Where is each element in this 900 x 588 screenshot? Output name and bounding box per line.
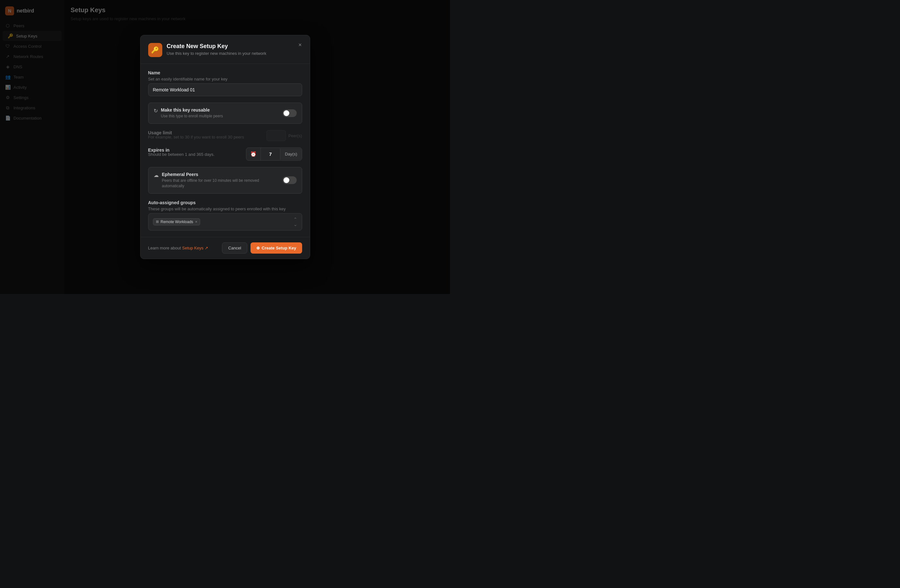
reusable-slider <box>282 109 297 117</box>
ephemeral-toggle[interactable] <box>282 176 297 184</box>
create-plus-icon: ⊕ <box>256 246 260 251</box>
footer-learn-text: Learn more about Setup Keys ↗ <box>148 246 208 251</box>
expires-number-input[interactable] <box>261 148 280 160</box>
reusable-toggle[interactable] <box>282 109 297 117</box>
groups-chevron-icon: ⌃⌄ <box>293 217 297 227</box>
modal-header: 🔑 Create New Setup Key Use this key to r… <box>141 35 310 64</box>
ephemeral-text: Ephemeral Peers Peers that are offline f… <box>162 172 282 189</box>
reusable-card-left: ↻ Make this key reusable Use this type t… <box>154 107 223 119</box>
create-setup-key-button[interactable]: ⊕ Create Setup Key <box>250 242 302 254</box>
name-field-group: Name Set an easily identifiable name for… <box>148 70 302 96</box>
name-label: Name <box>148 70 302 75</box>
reusable-title: Make this key reusable <box>161 107 223 113</box>
learn-text: Learn more about <box>148 246 182 251</box>
footer-actions: Cancel ⊕ Create Setup Key <box>222 242 302 254</box>
cancel-button[interactable]: Cancel <box>222 242 247 254</box>
modal-title: Create New Setup Key <box>167 43 267 50</box>
usage-limit-input-group: Peer(s) <box>267 130 302 141</box>
modal-header-icon: 🔑 <box>148 43 162 57</box>
usage-limit-input[interactable] <box>267 130 286 141</box>
expires-description: Should be between 1 and 365 days. <box>148 152 214 157</box>
group-tag-remote-workloads: ⊞ Remote Workloads × <box>153 218 200 225</box>
modal-subtitle: Use this key to register new machines in… <box>167 51 267 56</box>
ephemeral-toggle-card: ☁ Ephemeral Peers Peers that are offline… <box>148 167 302 193</box>
name-input[interactable] <box>148 84 302 96</box>
expires-clock-icon: ⏰ <box>246 148 261 160</box>
setup-keys-link[interactable]: Setup Keys <box>182 246 204 251</box>
ephemeral-description: Peers that are offline for over 10 minut… <box>162 178 282 189</box>
external-link-icon: ↗ <box>205 246 208 251</box>
ephemeral-title: Ephemeral Peers <box>162 172 282 177</box>
modal-backdrop: 🔑 Create New Setup Key Use this key to r… <box>0 0 450 294</box>
modal-footer: Learn more about Setup Keys ↗ Cancel ⊕ C… <box>141 237 310 259</box>
groups-field-group: Auto-assigned groups These groups will b… <box>148 200 302 231</box>
modal-body: Name Set an easily identifiable name for… <box>141 64 310 237</box>
group-tag-remove-button[interactable]: × <box>195 220 197 224</box>
reusable-text: Make this key reusable Use this type to … <box>161 107 223 119</box>
close-button[interactable]: × <box>296 40 305 50</box>
groups-tags: ⊞ Remote Workloads × <box>153 218 200 225</box>
expires-text: Expires in Should be between 1 and 365 d… <box>148 147 214 157</box>
expires-unit: Day(s) <box>280 149 301 160</box>
modal-header-text: Create New Setup Key Use this key to reg… <box>167 43 267 56</box>
reusable-description: Use this type to enroll multiple peers <box>161 113 223 119</box>
groups-label: Auto-assigned groups <box>148 200 302 205</box>
expires-input-group: ⏰ Day(s) <box>246 147 302 161</box>
groups-description: These groups will be automatically assig… <box>148 206 302 211</box>
reusable-toggle-card: ↻ Make this key reusable Use this type t… <box>148 102 302 124</box>
usage-limit-row: Usage limit For example, set to 30 if yo… <box>148 130 302 141</box>
usage-limit-unit: Peer(s) <box>289 133 302 138</box>
create-button-label: Create Setup Key <box>262 246 296 251</box>
name-description: Set an easily identifiable name for your… <box>148 77 302 81</box>
create-setup-key-modal: 🔑 Create New Setup Key Use this key to r… <box>140 35 310 259</box>
usage-limit-description: For example, set to 30 if you want to en… <box>148 135 244 139</box>
group-tag-icon: ⊞ <box>156 220 159 224</box>
expires-group: Expires in Should be between 1 and 365 d… <box>148 147 302 161</box>
group-tag-label: Remote Workloads <box>161 220 193 224</box>
ephemeral-icon: ☁ <box>154 172 159 178</box>
expires-row: Expires in Should be between 1 and 365 d… <box>148 147 302 161</box>
usage-limit-text: Usage limit For example, set to 30 if yo… <box>148 130 244 139</box>
usage-limit-group: Usage limit For example, set to 30 if yo… <box>148 130 302 141</box>
ephemeral-slider <box>282 176 297 184</box>
reusable-icon: ↻ <box>154 108 158 114</box>
groups-input[interactable]: ⊞ Remote Workloads × ⌃⌄ <box>148 213 302 231</box>
ephemeral-card-left: ☁ Ephemeral Peers Peers that are offline… <box>154 172 282 189</box>
